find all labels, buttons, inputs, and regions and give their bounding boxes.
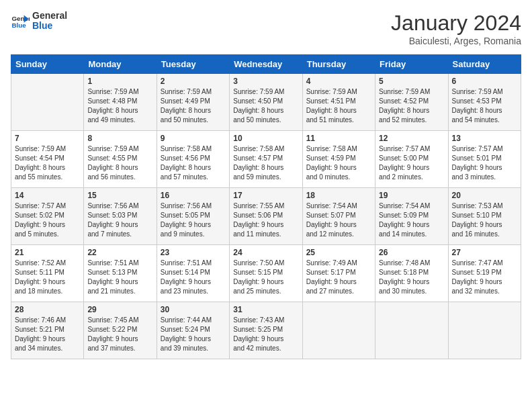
day-info: Sunrise: 7:59 AMSunset: 4:51 PMDaylight:… [306, 87, 371, 125]
logo-general: General [32, 11, 67, 21]
day-number: 23 [161, 248, 226, 257]
logo-icon: General Blue [11, 11, 30, 30]
day-info: Sunrise: 7:56 AMSunset: 5:05 PMDaylight:… [161, 201, 226, 239]
day-info: Sunrise: 7:48 AMSunset: 5:18 PMDaylight:… [379, 259, 444, 296]
calendar-cell: 31Sunrise: 7:43 AMSunset: 5:25 PMDayligh… [230, 302, 302, 359]
svg-text:Blue: Blue [11, 21, 26, 29]
day-info: Sunrise: 7:58 AMSunset: 4:56 PMDaylight:… [161, 144, 226, 182]
day-info: Sunrise: 7:58 AMSunset: 4:59 PMDaylight:… [306, 144, 371, 182]
day-info: Sunrise: 7:59 AMSunset: 4:48 PMDaylight:… [87, 87, 152, 125]
day-info: Sunrise: 7:45 AMSunset: 5:22 PMDaylight:… [87, 316, 152, 353]
day-number: 22 [87, 248, 152, 257]
week-row-4: 21Sunrise: 7:52 AMSunset: 5:11 PMDayligh… [11, 245, 521, 302]
calendar-cell: 20Sunrise: 7:53 AMSunset: 5:10 PMDayligh… [448, 188, 521, 245]
calendar-cell: 11Sunrise: 7:58 AMSunset: 4:59 PMDayligh… [302, 131, 375, 188]
calendar-cell [11, 74, 84, 131]
day-number: 11 [306, 134, 371, 143]
day-number: 20 [452, 191, 517, 200]
calendar-cell: 3Sunrise: 7:59 AMSunset: 4:50 PMDaylight… [230, 74, 302, 131]
week-row-1: 1Sunrise: 7:59 AMSunset: 4:48 PMDaylight… [11, 74, 521, 131]
calendar-cell [448, 302, 521, 359]
day-info: Sunrise: 7:59 AMSunset: 4:55 PMDaylight:… [87, 144, 152, 182]
header-day-thursday: Thursday [302, 55, 375, 74]
day-info: Sunrise: 7:59 AMSunset: 4:52 PMDaylight:… [379, 87, 444, 125]
day-number: 1 [87, 77, 152, 86]
week-row-3: 14Sunrise: 7:57 AMSunset: 5:02 PMDayligh… [11, 188, 521, 245]
week-row-2: 7Sunrise: 7:59 AMSunset: 4:54 PMDaylight… [11, 131, 521, 188]
day-info: Sunrise: 7:47 AMSunset: 5:19 PMDaylight:… [452, 259, 517, 296]
day-info: Sunrise: 7:57 AMSunset: 5:01 PMDaylight:… [452, 144, 517, 182]
day-info: Sunrise: 7:44 AMSunset: 5:24 PMDaylight:… [161, 316, 226, 353]
calendar-cell: 25Sunrise: 7:49 AMSunset: 5:17 PMDayligh… [302, 245, 375, 302]
calendar-table: SundayMondayTuesdayWednesdayThursdayFrid… [11, 54, 521, 359]
calendar-cell: 7Sunrise: 7:59 AMSunset: 4:54 PMDaylight… [11, 131, 84, 188]
day-info: Sunrise: 7:59 AMSunset: 4:53 PMDaylight:… [452, 87, 517, 125]
day-info: Sunrise: 7:57 AMSunset: 5:02 PMDaylight:… [15, 201, 80, 239]
header-day-tuesday: Tuesday [157, 55, 229, 74]
calendar-cell: 19Sunrise: 7:54 AMSunset: 5:09 PMDayligh… [375, 188, 448, 245]
calendar-cell: 23Sunrise: 7:51 AMSunset: 5:14 PMDayligh… [157, 245, 229, 302]
calendar-cell: 6Sunrise: 7:59 AMSunset: 4:53 PMDaylight… [448, 74, 521, 131]
calendar-cell [375, 302, 448, 359]
day-number: 30 [161, 305, 226, 314]
day-number: 6 [452, 77, 517, 86]
header-day-friday: Friday [375, 55, 448, 74]
day-info: Sunrise: 7:49 AMSunset: 5:17 PMDaylight:… [306, 259, 371, 296]
day-info: Sunrise: 7:59 AMSunset: 4:49 PMDaylight:… [161, 87, 226, 125]
header-row: SundayMondayTuesdayWednesdayThursdayFrid… [11, 55, 521, 74]
calendar-cell: 13Sunrise: 7:57 AMSunset: 5:01 PMDayligh… [448, 131, 521, 188]
calendar-cell: 29Sunrise: 7:45 AMSunset: 5:22 PMDayligh… [84, 302, 157, 359]
day-number: 5 [379, 77, 444, 86]
day-info: Sunrise: 7:59 AMSunset: 4:50 PMDaylight:… [233, 87, 298, 125]
day-number: 13 [452, 134, 517, 143]
header-day-saturday: Saturday [448, 55, 521, 74]
day-info: Sunrise: 7:52 AMSunset: 5:11 PMDaylight:… [15, 259, 80, 296]
calendar-cell [302, 302, 375, 359]
calendar-cell: 18Sunrise: 7:54 AMSunset: 5:07 PMDayligh… [302, 188, 375, 245]
day-info: Sunrise: 7:43 AMSunset: 5:25 PMDaylight:… [233, 316, 298, 353]
day-number: 24 [233, 248, 298, 257]
day-number: 3 [233, 77, 298, 86]
day-info: Sunrise: 7:55 AMSunset: 5:06 PMDaylight:… [233, 201, 298, 239]
day-number: 27 [452, 248, 517, 257]
calendar-cell: 16Sunrise: 7:56 AMSunset: 5:05 PMDayligh… [157, 188, 229, 245]
day-number: 25 [306, 248, 371, 257]
day-number: 7 [15, 134, 80, 143]
day-number: 21 [15, 248, 80, 257]
calendar-cell: 1Sunrise: 7:59 AMSunset: 4:48 PMDaylight… [84, 74, 157, 131]
day-number: 4 [306, 77, 371, 86]
title-block: January 2024 Baiculesti, Arges, Romania [391, 11, 521, 46]
logo-blue: Blue [32, 21, 67, 31]
calendar-cell: 4Sunrise: 7:59 AMSunset: 4:51 PMDaylight… [302, 74, 375, 131]
day-number: 8 [87, 134, 152, 143]
day-number: 10 [233, 134, 298, 143]
day-number: 16 [161, 191, 226, 200]
day-number: 19 [379, 191, 444, 200]
day-info: Sunrise: 7:54 AMSunset: 5:07 PMDaylight:… [306, 201, 371, 239]
calendar-cell: 10Sunrise: 7:58 AMSunset: 4:57 PMDayligh… [230, 131, 302, 188]
day-number: 28 [15, 305, 80, 314]
calendar-cell: 12Sunrise: 7:57 AMSunset: 5:00 PMDayligh… [375, 131, 448, 188]
day-info: Sunrise: 7:57 AMSunset: 5:00 PMDaylight:… [379, 144, 444, 182]
calendar-cell: 17Sunrise: 7:55 AMSunset: 5:06 PMDayligh… [230, 188, 302, 245]
calendar-cell: 27Sunrise: 7:47 AMSunset: 5:19 PMDayligh… [448, 245, 521, 302]
calendar-cell: 2Sunrise: 7:59 AMSunset: 4:49 PMDaylight… [157, 74, 229, 131]
day-number: 15 [87, 191, 152, 200]
calendar-cell: 15Sunrise: 7:56 AMSunset: 5:03 PMDayligh… [84, 188, 157, 245]
calendar-cell: 24Sunrise: 7:50 AMSunset: 5:15 PMDayligh… [230, 245, 302, 302]
week-row-5: 28Sunrise: 7:46 AMSunset: 5:21 PMDayligh… [11, 302, 521, 359]
day-info: Sunrise: 7:53 AMSunset: 5:10 PMDaylight:… [452, 201, 517, 239]
day-number: 9 [161, 134, 226, 143]
month-title: January 2024 [391, 11, 521, 36]
calendar-cell: 8Sunrise: 7:59 AMSunset: 4:55 PMDaylight… [84, 131, 157, 188]
day-number: 2 [161, 77, 226, 86]
calendar-cell: 9Sunrise: 7:58 AMSunset: 4:56 PMDaylight… [157, 131, 229, 188]
day-number: 17 [233, 191, 298, 200]
location-subtitle: Baiculesti, Arges, Romania [391, 36, 521, 46]
header-day-monday: Monday [84, 55, 157, 74]
day-number: 29 [87, 305, 152, 314]
calendar-cell: 5Sunrise: 7:59 AMSunset: 4:52 PMDaylight… [375, 74, 448, 131]
logo: General Blue General Blue [11, 11, 67, 32]
day-info: Sunrise: 7:54 AMSunset: 5:09 PMDaylight:… [379, 201, 444, 239]
day-number: 18 [306, 191, 371, 200]
